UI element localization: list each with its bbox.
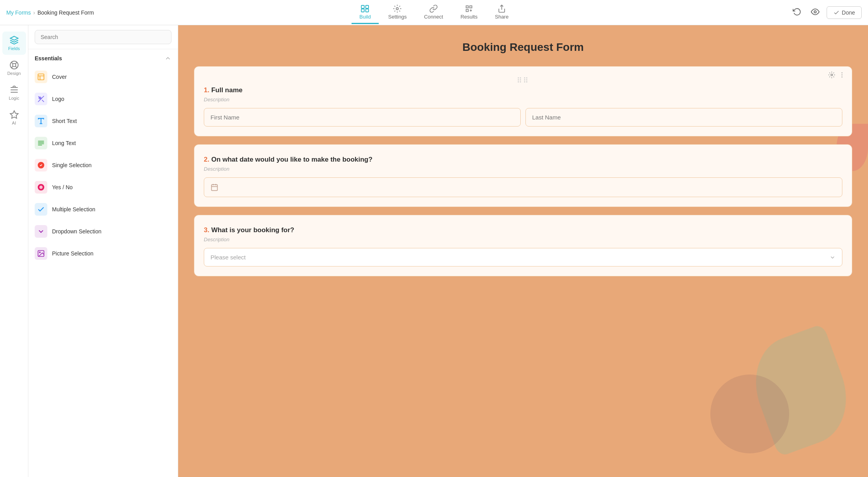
svg-point-6 (814, 11, 816, 13)
field-item-dropdown-selection[interactable]: Dropdown Selection (28, 220, 178, 242)
single-selection-icon (35, 159, 47, 171)
nav-tabs: Build Settings Connect Results (352, 1, 516, 24)
long-text-icon (35, 137, 47, 149)
sidebar-icons: Fields Design Logic (0, 25, 28, 477)
svg-point-9 (13, 63, 16, 67)
field-item-yes-no[interactable]: Yes / No (28, 176, 178, 198)
question-2-description: Description (204, 166, 842, 172)
collapse-icon[interactable] (164, 55, 171, 62)
yes-no-icon (35, 181, 47, 194)
dropdown-input[interactable]: Please select (204, 248, 842, 266)
fields-panel: Essentials Cover (28, 25, 178, 477)
question-1-label: 1. Full name (204, 86, 842, 94)
svg-marker-7 (10, 36, 18, 40)
svg-line-10 (11, 62, 13, 64)
question-1-card: ⠿⠿ 1. Full name Description (194, 66, 852, 136)
field-item-single-selection[interactable]: Single Selection (28, 154, 178, 176)
field-item-long-text[interactable]: Long Text (28, 132, 178, 154)
sidebar-item-ai[interactable]: AI (2, 106, 26, 129)
tab-share[interactable]: Share (487, 1, 516, 24)
fields-list: Essentials Cover (28, 49, 178, 477)
card-1-actions (828, 71, 846, 80)
name-fields (204, 108, 842, 127)
field-item-short-text[interactable]: Short Text (28, 110, 178, 132)
svg-rect-3 (366, 9, 369, 11)
question-3-label: 3. What is your booking for? (204, 226, 842, 234)
svg-line-13 (11, 66, 13, 68)
tab-results[interactable]: Results (453, 1, 485, 24)
first-name-input[interactable] (204, 108, 521, 127)
question-2-card: 2. On what date would you like to make t… (194, 144, 852, 207)
breadcrumb: My Forms › Booking Request Form (6, 9, 94, 16)
question-3-card: 3. What is your booking for? Description… (194, 215, 852, 276)
search-input[interactable] (35, 30, 171, 44)
multiple-selection-icon (35, 203, 47, 216)
form-preview: Booking Request Form ⠿⠿ 1. Full name (178, 25, 868, 477)
drag-handle-q1[interactable]: ⠿⠿ (517, 76, 529, 85)
field-item-picture-selection[interactable]: Picture Selection (28, 242, 178, 265)
svg-rect-17 (38, 74, 44, 80)
sidebar-item-fields[interactable]: Fields (2, 32, 26, 55)
picture-selection-icon (35, 247, 47, 260)
field-item-multiple-selection[interactable]: Multiple Selection (28, 198, 178, 220)
tab-settings[interactable]: Settings (380, 1, 415, 24)
breadcrumb-home[interactable]: My Forms (6, 9, 31, 16)
sidebar-item-design[interactable]: Design (2, 56, 26, 80)
tab-build[interactable]: Build (352, 1, 379, 24)
svg-line-12 (15, 62, 17, 64)
tab-connect[interactable]: Connect (416, 1, 451, 24)
form-title: Booking Request Form (194, 41, 852, 54)
history-button[interactable] (790, 5, 804, 20)
question-2-label: 2. On what date would you like to make t… (204, 156, 842, 164)
svg-point-30 (831, 74, 833, 76)
main-layout: Fields Design Logic (0, 25, 868, 477)
breadcrumb-separator: › (33, 9, 35, 16)
header-actions: Done (790, 5, 862, 20)
question-1-description: Description (204, 97, 842, 102)
card-1-more-button[interactable] (838, 71, 846, 80)
sidebar-item-logic[interactable]: Logic (2, 81, 26, 104)
svg-line-11 (15, 66, 17, 68)
question-1-number: 1. (204, 86, 211, 94)
svg-rect-2 (361, 9, 364, 11)
date-input[interactable] (204, 177, 842, 197)
question-3-description: Description (204, 237, 842, 242)
svg-point-4 (396, 7, 399, 10)
field-item-cover[interactable]: Cover (28, 66, 178, 88)
top-header: My Forms › Booking Request Form Build Se… (0, 0, 868, 25)
svg-point-32 (842, 75, 842, 75)
svg-rect-1 (366, 5, 369, 8)
last-name-input[interactable] (525, 108, 842, 127)
cover-icon (35, 71, 47, 83)
done-button[interactable]: Done (827, 6, 862, 19)
svg-point-29 (39, 252, 41, 253)
breadcrumb-form: Booking Request Form (37, 9, 94, 16)
essentials-header: Essentials (28, 49, 178, 66)
svg-point-27 (39, 186, 43, 189)
svg-rect-34 (212, 184, 218, 190)
field-item-logo[interactable]: Logo (28, 88, 178, 110)
svg-rect-0 (361, 5, 364, 8)
preview-button[interactable] (808, 5, 822, 20)
card-1-settings-button[interactable] (828, 71, 835, 80)
logo-icon (35, 93, 47, 105)
short-text-icon (35, 115, 47, 127)
dropdown-selection-icon (35, 225, 47, 238)
svg-point-31 (842, 73, 842, 73)
fields-search-container (28, 25, 178, 49)
svg-point-33 (842, 76, 842, 77)
